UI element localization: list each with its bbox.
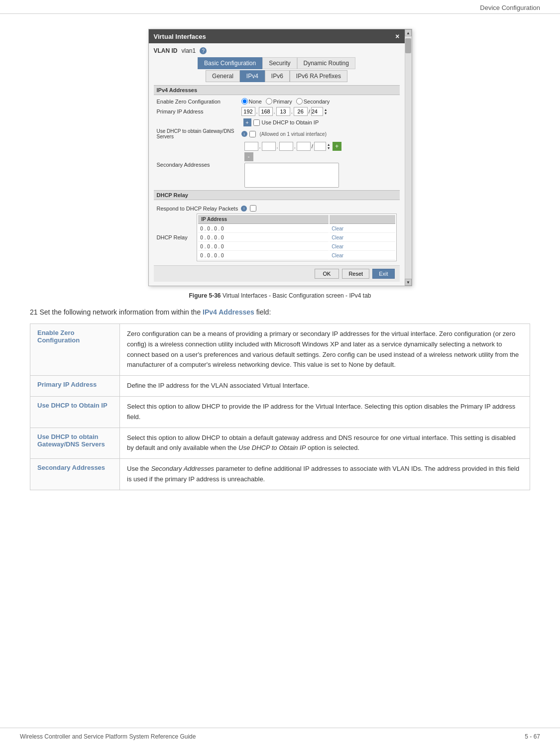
clear-button-3[interactable]: Clear bbox=[332, 244, 343, 249]
outer-tabs: Basic Configuration Security Dynamic Rou… bbox=[154, 57, 400, 69]
ip-spinner[interactable]: ▲ ▼ bbox=[324, 108, 328, 115]
exit-button[interactable]: Exit bbox=[372, 269, 394, 279]
tab-ipv6[interactable]: IPv6 bbox=[265, 70, 290, 82]
radio-none-label: None bbox=[249, 99, 262, 105]
tab-ipv6-ra-prefixes[interactable]: IPv6 RA Prefixes bbox=[290, 70, 347, 82]
ip-prefix-input[interactable] bbox=[311, 107, 323, 116]
secondary-ip-delete-row: - bbox=[244, 152, 341, 161]
radio-none[interactable]: None bbox=[241, 98, 262, 105]
dhcp-relay-row-4: 0 . 0 . 0 . 0 Clear bbox=[198, 252, 395, 260]
sec-ip-octet-4[interactable] bbox=[297, 142, 311, 151]
help-icon[interactable]: ? bbox=[200, 47, 207, 54]
scrollbar[interactable]: ▲ ▼ bbox=[405, 29, 412, 286]
clear-button-1[interactable]: Clear bbox=[332, 226, 343, 231]
dhcp-relay-table: IP Address 0 . 0 . 0 . 0 bbox=[197, 214, 396, 261]
add-secondary-button[interactable]: + bbox=[333, 142, 341, 151]
figure-description-text: Virtual Interfaces - Basic Configuration… bbox=[223, 292, 371, 299]
description-paragraph: 21 Set the following network information… bbox=[30, 307, 530, 318]
description-after: field: bbox=[254, 308, 271, 316]
dhcp-relay-row-3: 0 . 0 . 0 . 0 Clear bbox=[198, 243, 395, 251]
dialog-body: VLAN ID vlan1 ? Basic Configuration Secu… bbox=[149, 43, 405, 286]
clear-button-2[interactable]: Clear bbox=[332, 235, 343, 240]
radio-secondary-input[interactable] bbox=[296, 98, 303, 105]
tab-security[interactable]: Security bbox=[262, 57, 297, 69]
info-table-term-1: Primary IP Address bbox=[30, 376, 120, 397]
zero-config-radio-group: None Primary Secondary bbox=[241, 98, 330, 105]
primary-ip-label: Primary IP Address bbox=[157, 108, 241, 114]
sec-ip-prefix[interactable] bbox=[314, 142, 326, 151]
dhcp-relay-label: DHCP Relay bbox=[157, 234, 194, 240]
ip-octet-4[interactable] bbox=[294, 107, 308, 116]
dialog-titlebar: Virtual Interfaces × bbox=[149, 29, 405, 43]
sec-ip-spinner[interactable]: ▲ ▼ bbox=[327, 143, 331, 150]
info-table-row-3: Use DHCP to obtain Gateway/DNS ServersSe… bbox=[30, 428, 530, 459]
dhcp-row2-ip: 0 . 0 . 0 . 0 bbox=[200, 235, 224, 240]
sec-ip-octet-3[interactable] bbox=[279, 142, 293, 151]
tab-basic-configuration[interactable]: Basic Configuration bbox=[198, 57, 262, 69]
description-highlight: IPv4 Addresses bbox=[203, 308, 254, 316]
secondary-ip-listbox[interactable] bbox=[244, 163, 339, 188]
gateway-dns-row: Use DHCP to obtain Gateway/DNS Servers i… bbox=[154, 128, 400, 139]
plus-button[interactable]: + bbox=[243, 118, 251, 126]
dialog-footer: OK Reset Exit bbox=[154, 265, 400, 282]
sec-ip-octet-2[interactable] bbox=[262, 142, 276, 151]
info-table-term-2: Use DHCP to Obtain IP bbox=[30, 396, 120, 428]
delete-secondary-button[interactable]: - bbox=[244, 152, 253, 161]
info-table-term-3: Use DHCP to obtain Gateway/DNS Servers bbox=[30, 428, 120, 459]
primary-ip-field: . . . / ▲ ▼ bbox=[241, 107, 328, 116]
info-table-def-1: Define the IP address for the VLAN assoc… bbox=[120, 376, 530, 397]
vlan-id-row: VLAN ID vlan1 ? bbox=[154, 47, 400, 54]
use-dhcp-checkbox[interactable] bbox=[253, 119, 260, 126]
tab-ipv4[interactable]: IPv4 bbox=[240, 70, 265, 82]
respond-dhcp-row: Respond to DHCP Relay Packets i bbox=[157, 205, 397, 212]
info-table-term-4: Secondary Addresses bbox=[30, 459, 120, 490]
radio-primary-label: Primary bbox=[273, 99, 292, 105]
use-dhcp-label: Use DHCP to Obtain IP bbox=[262, 119, 319, 125]
dhcp-row3-ip: 0 . 0 . 0 . 0 bbox=[200, 244, 224, 249]
info-table-row-4: Secondary AddressesUse the Secondary Add… bbox=[30, 459, 530, 490]
ip-octet-1[interactable] bbox=[241, 107, 255, 116]
ip-octet-3[interactable] bbox=[276, 107, 290, 116]
radio-secondary[interactable]: Secondary bbox=[296, 98, 330, 105]
ok-button[interactable]: OK bbox=[315, 269, 339, 279]
sec-ip-octet-1[interactable] bbox=[244, 142, 258, 151]
header-title: Device Configuration bbox=[480, 4, 540, 11]
radio-primary[interactable]: Primary bbox=[266, 98, 292, 105]
secondary-ip-list bbox=[244, 163, 341, 188]
dhcp-relay-row-2: 0 . 0 . 0 . 0 Clear bbox=[198, 234, 395, 242]
radio-secondary-label: Secondary bbox=[304, 99, 330, 105]
ip-octet-2[interactable] bbox=[259, 107, 273, 116]
dialog-screenshot: Virtual Interfaces × VLAN ID vlan1 ? bbox=[30, 29, 530, 286]
inner-tabs: General IPv4 IPv6 IPv6 RA Prefixes bbox=[154, 70, 400, 82]
info-table-def-2: Select this option to allow DHCP to prov… bbox=[120, 396, 530, 428]
dhcp-relay-row-1: 0 . 0 . 0 . 0 Clear bbox=[198, 225, 395, 233]
dhcp-relay-row: DHCP Relay IP Address bbox=[157, 214, 397, 261]
scroll-thumb[interactable] bbox=[405, 38, 411, 53]
secondary-addresses-row: Secondary Addresses . . . bbox=[154, 142, 400, 188]
info-table-def-0: Zero configuration can be a means of pro… bbox=[120, 324, 530, 376]
info-table-row-0: Enable Zero ConfigurationZero configurat… bbox=[30, 324, 530, 376]
tab-dynamic-routing[interactable]: Dynamic Routing bbox=[297, 57, 355, 69]
description-before: 21 Set the following network information… bbox=[30, 308, 203, 316]
info-icon[interactable]: i bbox=[241, 131, 247, 137]
radio-primary-input[interactable] bbox=[266, 98, 272, 105]
radio-none-input[interactable] bbox=[241, 98, 248, 105]
scroll-down-button[interactable]: ▼ bbox=[405, 279, 412, 286]
reset-button[interactable]: Reset bbox=[342, 269, 369, 279]
info-table-term-0: Enable Zero Configuration bbox=[30, 324, 120, 376]
respond-dhcp-checkbox[interactable] bbox=[250, 205, 256, 212]
gateway-dns-checkbox[interactable] bbox=[249, 131, 256, 137]
footer-left: Wireless Controller and Service Platform… bbox=[20, 733, 196, 740]
secondary-addresses-label: Secondary Addresses bbox=[157, 162, 241, 168]
primary-ip-row: Primary IP Address . . . / bbox=[154, 107, 400, 116]
footer-right: 5 - 67 bbox=[525, 733, 540, 740]
scroll-up-button[interactable]: ▲ bbox=[405, 29, 412, 36]
tab-general[interactable]: General bbox=[206, 70, 240, 82]
virtual-interfaces-dialog: Virtual Interfaces × VLAN ID vlan1 ? bbox=[148, 29, 412, 286]
clear-button-4[interactable]: Clear bbox=[332, 253, 343, 258]
respond-info-icon[interactable]: i bbox=[241, 206, 247, 212]
page-header: Device Configuration bbox=[0, 0, 560, 14]
ipv4-section-header: IPv4 Addresses bbox=[154, 85, 400, 95]
plus-dhcp-row: + Use DHCP to Obtain IP bbox=[154, 118, 400, 126]
close-icon[interactable]: × bbox=[395, 32, 399, 40]
